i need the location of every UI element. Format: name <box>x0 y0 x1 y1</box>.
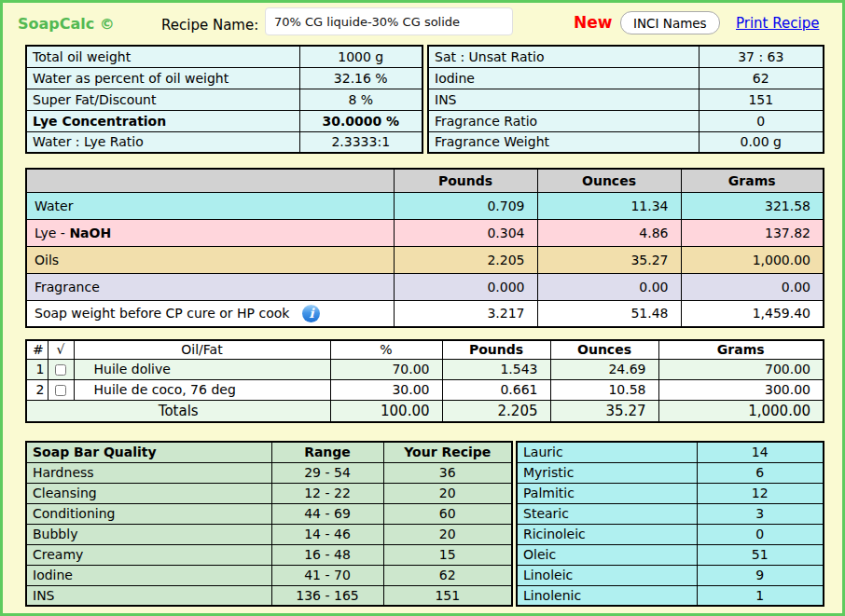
summary-value: 37 : 63 <box>699 46 824 67</box>
summary-label: Fragrance Weight <box>428 131 699 153</box>
inci-names-button[interactable]: INCI Names <box>620 11 720 34</box>
summary-value: 0.00 g <box>699 131 824 153</box>
oil-checkbox[interactable] <box>55 364 66 376</box>
quality-name: INS <box>26 585 271 606</box>
fatty-acid-row: Myristic 6 <box>517 462 824 483</box>
quality-range: 41 - 70 <box>271 565 383 585</box>
oil-pounds: 1.543 <box>442 359 550 379</box>
fatty-acid-value: 51 <box>697 544 824 565</box>
summary-value: 32.16 % <box>299 67 422 89</box>
fatty-acid-row: Stearic 3 <box>517 503 824 524</box>
summary-value: 0 <box>699 110 824 131</box>
table-row: Super Fat/Discount 8 % <box>26 89 422 110</box>
fatty-acid-name: Ricinoleic <box>517 524 697 544</box>
table-row: Water : Lye Ratio 2.3333:1 <box>26 131 422 153</box>
table-header-row: Pounds Ounces Grams <box>26 169 824 192</box>
oil-totals-row: Totals 100.00 2.205 35.27 1,000.00 <box>26 400 824 422</box>
oil-list-table: # √ Oil/Fat % Pounds Ounces Grams 1 Huil… <box>25 339 824 423</box>
quality-range: 136 - 165 <box>271 585 383 606</box>
fragrance-row: Fragrance 0.000 0.00 0.00 <box>26 273 824 300</box>
water-row: Water 0.709 11.34 321.58 <box>26 192 824 219</box>
quality-range: 12 - 22 <box>271 483 383 503</box>
oil-name[interactable]: Huile dolive <box>74 359 330 379</box>
fragrance-grams: 0.00 <box>681 273 824 300</box>
fragrance-ounces: 0.00 <box>537 273 681 300</box>
lye-grams: 137.82 <box>681 219 824 246</box>
fatty-acid-name: Palmitic <box>517 483 697 503</box>
quality-row: Bubbly 14 - 46 20 <box>26 524 512 544</box>
soap-weight-row: Soap weight before CP cure or HP cooki 3… <box>26 300 824 327</box>
quality-row: Creamy 16 - 48 15 <box>26 544 512 565</box>
lye-label-naoh: NaOH <box>69 226 111 240</box>
fatty-acid-value: 14 <box>697 442 824 462</box>
summary-label: Lye Concentration <box>26 110 299 131</box>
oil-percent: 30.00 <box>330 379 442 400</box>
oil-row-checkcell <box>48 379 74 400</box>
weights-header-blank <box>26 169 394 192</box>
fatty-acid-value: 0 <box>697 524 824 544</box>
water-ounces: 11.34 <box>537 192 681 219</box>
new-link[interactable]: New <box>574 13 612 32</box>
oil-row: 1 Huile dolive 70.00 1.543 24.69 700.00 <box>26 359 824 379</box>
lye-water-summary-table: Total oil weight 1000 g Water as percent… <box>25 45 423 154</box>
weights-header-pounds: Pounds <box>394 169 537 192</box>
oil-header-ounces: Ounces <box>550 340 658 359</box>
table-row: Iodine 62 <box>428 67 824 89</box>
quality-value: 36 <box>383 462 512 483</box>
quality-name: Cleansing <box>26 483 271 503</box>
summary-value: 30.0000 % <box>299 110 422 131</box>
soap-bar-quality-table: Soap Bar Quality Range Your Recipe Hardn… <box>25 441 513 607</box>
table-row: Sat : Unsat Ratio 37 : 63 <box>428 46 824 67</box>
oil-row-number: 2 <box>26 379 48 400</box>
quality-range: 16 - 48 <box>271 544 383 565</box>
fatty-acid-row: Linolenic 1 <box>517 585 824 606</box>
quality-value: 15 <box>383 544 512 565</box>
oil-header-pounds: Pounds <box>442 340 550 359</box>
quality-range: 14 - 46 <box>271 524 383 544</box>
quality-row: Cleansing 12 - 22 20 <box>26 483 512 503</box>
weights-header-ounces: Ounces <box>537 169 681 192</box>
lye-label-prefix: Lye - <box>35 226 69 240</box>
fatty-acids-table: Lauric 14 Myristic 6 Palmitic 12 Stearic… <box>516 441 824 607</box>
oil-row-number: 1 <box>26 359 48 379</box>
recipe-name-label: Recipe Name: <box>161 17 258 34</box>
row-label: Water <box>26 192 394 219</box>
quality-name: Bubbly <box>26 524 271 544</box>
oil-row: 2 Huile de coco, 76 deg 30.00 0.661 10.5… <box>26 379 824 400</box>
table-row: Water as percent of oil weight 32.16 % <box>26 67 422 89</box>
recipe-name-input[interactable] <box>265 7 513 35</box>
lye-pounds: 0.304 <box>394 219 537 246</box>
water-pounds: 0.709 <box>394 192 537 219</box>
row-label: Fragrance <box>26 273 394 300</box>
row-label: Soap weight before CP cure or HP cooki <box>26 300 394 327</box>
oil-grams: 300.00 <box>658 379 824 400</box>
oil-grams: 700.00 <box>658 359 824 379</box>
oil-name[interactable]: Huile de coco, 76 deg <box>74 379 330 400</box>
oil-ounces: 10.58 <box>550 379 658 400</box>
fatty-acid-name: Lauric <box>517 442 697 462</box>
summary-value: 2.3333:1 <box>299 131 422 153</box>
quality-row: Conditioning 44 - 69 60 <box>26 503 512 524</box>
print-recipe-link[interactable]: Print Recipe <box>736 15 819 32</box>
summary-label: Water : Lye Ratio <box>26 131 299 153</box>
oils-pounds: 2.205 <box>394 246 537 273</box>
fatty-acid-value: 6 <box>697 462 824 483</box>
quality-header-recipe: Your Recipe <box>383 442 512 462</box>
info-icon[interactable]: i <box>302 305 320 322</box>
quality-row: Iodine 41 - 70 62 <box>26 565 512 585</box>
app-logo: SoapCalc © <box>18 15 115 33</box>
quality-value: 60 <box>383 503 512 524</box>
soap-weight-label: Soap weight before CP cure or HP cook <box>35 305 289 320</box>
fatty-acid-row: Oleic 51 <box>517 544 824 565</box>
soap-ounces: 51.48 <box>537 300 681 327</box>
table-header-row: # √ Oil/Fat % Pounds Ounces Grams <box>26 340 824 359</box>
oil-checkbox[interactable] <box>55 385 66 396</box>
quality-value: 151 <box>383 585 512 606</box>
summary-label: INS <box>428 89 699 110</box>
summary-label: Fragrance Ratio <box>428 110 699 131</box>
summary-label: Iodine <box>428 67 699 89</box>
fatty-acid-value: 12 <box>697 483 824 503</box>
oil-percent: 70.00 <box>330 359 442 379</box>
row-label: Lye - NaOH <box>26 219 394 246</box>
oil-header-name: Oil/Fat <box>74 340 330 359</box>
